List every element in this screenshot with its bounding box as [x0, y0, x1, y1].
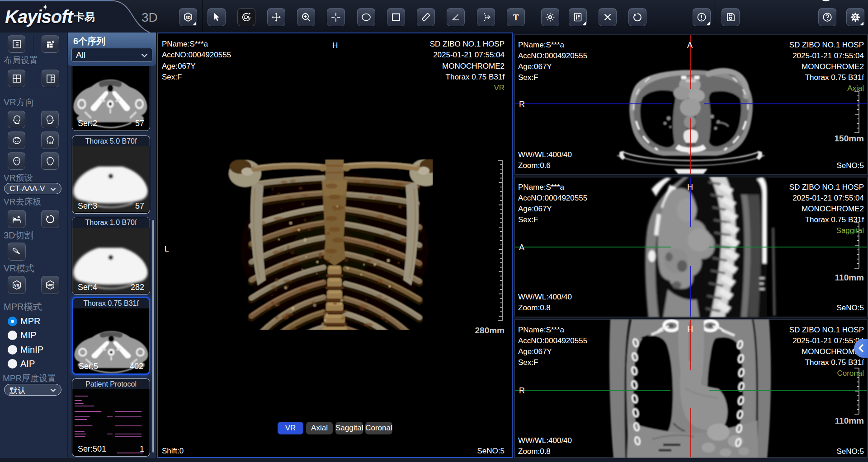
svg-text:MIP: MIP — [47, 284, 53, 287]
svg-text:VR: VR — [14, 283, 19, 288]
svg-text:3D: 3D — [185, 15, 191, 20]
svg-text:T: T — [513, 13, 519, 22]
